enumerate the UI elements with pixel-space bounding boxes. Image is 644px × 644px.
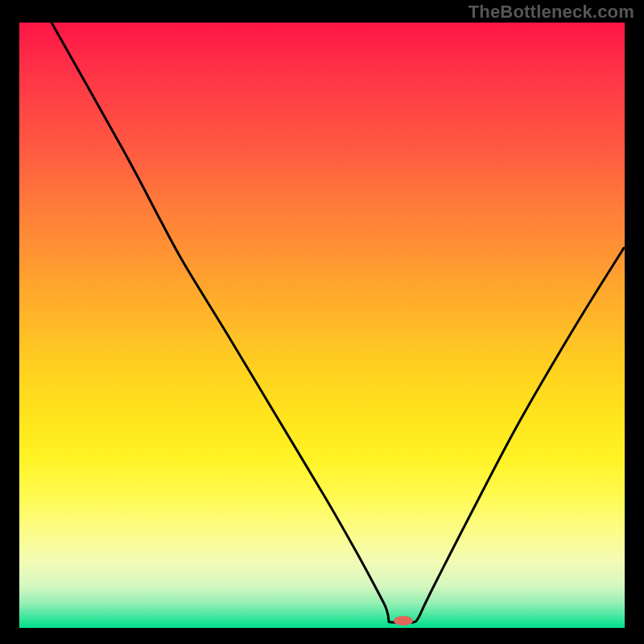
optimal-marker	[394, 616, 413, 625]
bottleneck-curve	[19, 23, 625, 628]
watermark-text: TheBottleneck.com	[469, 2, 634, 23]
plot-area	[19, 23, 625, 628]
chart-frame: TheBottleneck.com	[0, 0, 644, 644]
curve-path	[52, 23, 624, 622]
